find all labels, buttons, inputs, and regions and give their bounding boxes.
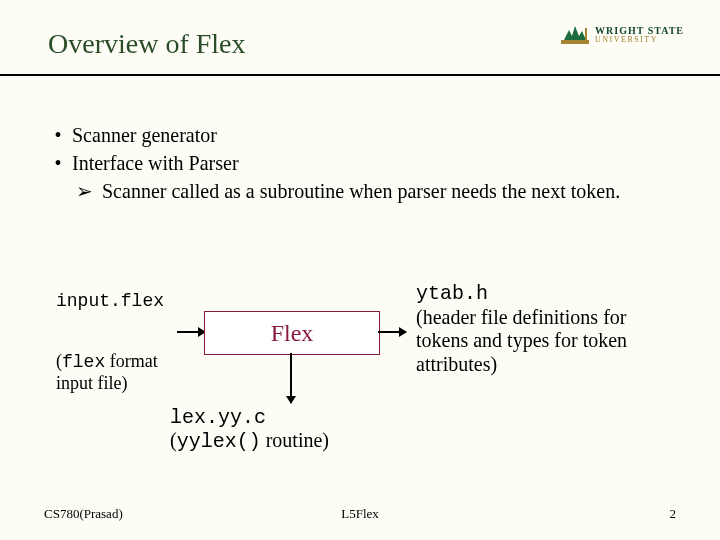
subbullet-1: ➢ Scanner called as a subroutine when pa… bbox=[76, 178, 676, 204]
bullet-list: • Scanner generator • Interface with Par… bbox=[44, 122, 676, 204]
output-right: ytab.h (header file definitions for toke… bbox=[416, 281, 676, 376]
output-bottom-rest: routine) bbox=[261, 429, 329, 451]
bullet-2-text: Interface with Parser bbox=[72, 150, 239, 176]
bullet-2: • Interface with Parser bbox=[44, 150, 676, 176]
output-bottom: lex.yy.c (yylex() routine) bbox=[170, 405, 329, 453]
bullet-1-text: Scanner generator bbox=[72, 122, 217, 148]
title-divider bbox=[0, 74, 720, 76]
arrow-in-icon bbox=[177, 331, 205, 333]
output-bottom-func: yylex() bbox=[177, 430, 261, 453]
output-right-desc: (header file definitions for tokens and … bbox=[416, 306, 627, 375]
slide: Overview of Flex WRIGHT STATE UNIVERSITY… bbox=[0, 0, 720, 540]
input-note-mono: flex bbox=[62, 352, 105, 372]
logo-text: WRIGHT STATE UNIVERSITY bbox=[595, 26, 684, 44]
university-logo: WRIGHT STATE UNIVERSITY bbox=[561, 24, 684, 46]
svg-rect-1 bbox=[585, 28, 587, 40]
arrow-bullet-icon: ➢ bbox=[76, 178, 102, 204]
output-bottom-file: lex.yy.c bbox=[170, 406, 266, 429]
logo-line2: UNIVERSITY bbox=[595, 36, 684, 44]
footer-left: CS780(Prasad) bbox=[44, 506, 123, 522]
input-note-line2: input file) bbox=[56, 373, 127, 393]
bullet-icon: • bbox=[44, 122, 72, 148]
input-filename: input.flex bbox=[56, 291, 164, 311]
slide-footer: CS780(Prasad) L5Flex 2 bbox=[0, 506, 720, 522]
logo-mark-icon bbox=[561, 24, 589, 46]
paren-open: ( bbox=[170, 429, 177, 451]
input-note-rest: format bbox=[105, 351, 157, 371]
output-right-file: ytab.h bbox=[416, 282, 488, 305]
footer-page-number: 2 bbox=[670, 506, 677, 522]
subbullet-1-text: Scanner called as a subroutine when pars… bbox=[102, 178, 676, 204]
bullet-1: • Scanner generator bbox=[44, 122, 676, 148]
footer-center: L5Flex bbox=[341, 506, 379, 522]
arrow-down-icon bbox=[290, 353, 292, 403]
flex-diagram: input.flex (flex format input file) Flex… bbox=[0, 275, 720, 465]
arrow-right-icon bbox=[378, 331, 406, 333]
svg-rect-0 bbox=[561, 40, 589, 44]
input-note: (flex format input file) bbox=[56, 351, 158, 393]
flex-box: Flex bbox=[204, 311, 380, 355]
bullet-icon: • bbox=[44, 150, 72, 176]
